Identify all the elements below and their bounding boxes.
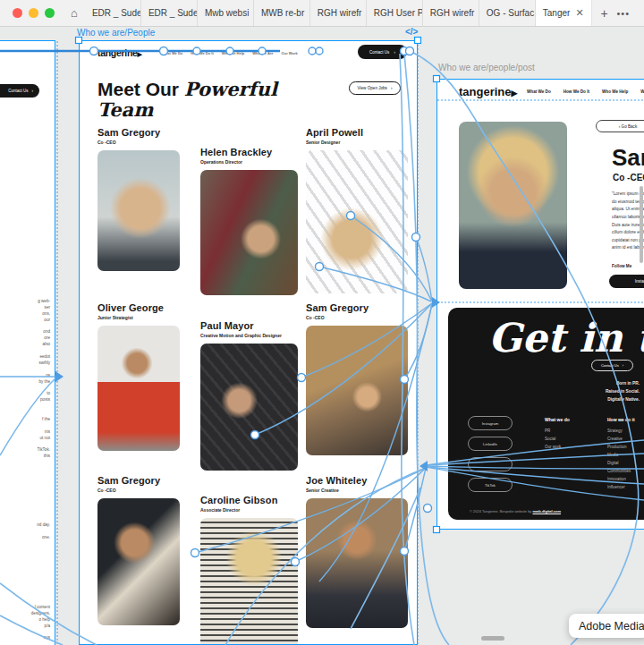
member-name: Joe Whiteley — [306, 475, 408, 486]
tab-file-7[interactable]: RGH wirefr — [423, 0, 479, 26]
profile-photo — [459, 122, 567, 289]
tab-label: Mwb websi — [205, 8, 249, 18]
minimize-window-button[interactable] — [29, 8, 38, 18]
footer-column-title: How we do it — [607, 417, 635, 422]
go-back-button[interactable]: ‹ Go Back — [596, 120, 644, 132]
member-photo[interactable] — [306, 150, 408, 293]
member-name: Paul Mayor — [200, 320, 298, 331]
home-icon[interactable]: ⌂ — [64, 0, 85, 26]
member-photo[interactable] — [97, 326, 180, 451]
contact-us-button[interactable]: Contact Us › — [591, 360, 633, 371]
team-card[interactable]: Sam Gregory Co -CEO — [97, 475, 180, 625]
nav-item-who-we-are[interactable]: Who We Are — [640, 89, 644, 94]
new-tab-button[interactable]: + — [592, 0, 617, 26]
team-card[interactable]: Joe Whiteley Senior Creative — [306, 475, 408, 628]
contact-us-button[interactable]: Contact Us › — [0, 84, 39, 98]
member-name: Helen Brackley — [200, 147, 298, 157]
tab-label: RGH wirefr — [430, 8, 474, 18]
frame-left-partial[interactable]: Contact Us › g web- ser ons, our ond ore… — [0, 40, 55, 645]
footer-column-links[interactable]: PR Social Our work — [545, 427, 570, 451]
member-role: Co -CEO — [97, 488, 180, 493]
contact-us-label: Contact Us — [8, 89, 28, 93]
tab-file-8[interactable]: OG - Surfac — [479, 0, 536, 26]
instagram-button[interactable]: Instagram — [468, 416, 513, 430]
team-card[interactable]: Caroline Gibson Associate Director — [200, 495, 298, 645]
footer-column-how-we-do-it: How we do it Strategy Creative Productio… — [607, 417, 635, 491]
tab-file-1[interactable]: EDR _ Sude — [85, 0, 141, 26]
member-photo[interactable] — [306, 326, 408, 455]
team-card[interactable]: Sam Gregory Co -CEO — [97, 127, 180, 271]
arrow-icon: › — [623, 363, 623, 368]
member-role: Creative Motion and Graphic Designer — [200, 333, 298, 338]
horizontal-scrollbar[interactable] — [481, 636, 504, 641]
team-card[interactable]: Helen Brackley Operations Director — [200, 147, 298, 295]
maximize-window-button[interactable] — [45, 8, 55, 18]
member-photo[interactable] — [200, 344, 298, 471]
code-icon[interactable]: </> — [405, 27, 418, 37]
window-controls — [0, 0, 64, 26]
instagram-button[interactable]: Instagram — [609, 275, 644, 288]
nav-item-how-we-do-it[interactable]: How We Do It — [564, 89, 589, 94]
tab-file-4[interactable]: MWB re-br — [254, 0, 310, 26]
tab-file-6[interactable]: RGH User P — [367, 0, 423, 26]
nav-item-who-we-help[interactable]: Who We Help — [602, 89, 628, 94]
team-card[interactable]: April Powell Senior Designer — [306, 127, 408, 293]
frame-title-people[interactable]: Who we are/People — [77, 28, 155, 38]
tab-file-3[interactable]: Mwb websi — [198, 0, 254, 26]
linkedin-button[interactable]: LinkedIn — [468, 437, 513, 451]
site-nav: What We Do How We Do It Who We Help Who … — [527, 89, 644, 94]
clipped-text-block: g web- ser ons, our ond ore also eedot s… — [1, 299, 50, 403]
footer-column-title: What we do — [545, 417, 570, 422]
team-card[interactable]: Sam Gregory Co -CEO — [306, 302, 408, 455]
footer-column-what-we-do: What we do PR Social Our work — [545, 417, 570, 451]
clipped-text-block: f the nts ut not TikTok. this — [1, 417, 50, 460]
team-card[interactable]: Oliver George Junior Strategist — [97, 302, 180, 451]
team-card[interactable]: Paul Mayor Creative Motion and Graphic D… — [200, 320, 298, 471]
adobe-media-notification[interactable]: Adobe Media E — [569, 614, 644, 638]
tab-label: OG - Surfac — [487, 8, 534, 18]
vertical-scrollbar[interactable] — [640, 186, 643, 263]
app-tab-bar: ⌂ EDR _ Sude EDR _ Sude Mwb websi MWB re… — [0, 0, 644, 27]
contact-us-label: Contact Us — [601, 363, 619, 368]
arrowhead-left-icon — [419, 461, 428, 471]
member-photo[interactable] — [97, 498, 180, 625]
footer-column-links[interactable]: Strategy Creative Production Media Digit… — [607, 427, 635, 491]
member-name: April Powell — [306, 127, 408, 138]
clipped-text-block: nd day. one. — [1, 522, 50, 541]
member-role: Co -CEO — [97, 140, 180, 145]
member-photo[interactable] — [200, 518, 298, 645]
member-role: Co -CEO — [306, 315, 408, 320]
frame-who-we-are-people[interactable]: tangerine▶ What We Do How We Do It Who W… — [79, 40, 418, 645]
social-button[interactable] — [468, 457, 513, 471]
tab-label: EDR _ Sude — [92, 8, 141, 18]
tab-file-5[interactable]: RGH wirefr — [310, 0, 367, 26]
tab-file-2[interactable]: EDR _ Sude — [141, 0, 198, 26]
member-photo[interactable] — [200, 170, 298, 295]
member-photo[interactable] — [306, 498, 408, 628]
member-role: Junior Strategist — [97, 315, 180, 320]
nav-item-what-we-do[interactable]: What We Do — [527, 89, 551, 94]
follow-me-label: Follow Me — [612, 264, 631, 268]
overflow-menu-button[interactable]: ••• — [616, 0, 644, 26]
tab-file-active[interactable]: Tanger ✕ — [536, 0, 592, 26]
tab-label: EDR _ Sude — [148, 8, 198, 18]
close-tab-icon[interactable]: ✕ — [576, 7, 584, 19]
brand-tagline: Born in PR. Raised in Social. Digitally … — [580, 379, 640, 403]
tab-label: Tanger — [543, 8, 571, 18]
frame-title-post[interactable]: Who we are/people/post — [438, 63, 535, 72]
clipped-text-block: l content designers, o help p/a ays — [1, 605, 50, 641]
member-photo[interactable] — [97, 150, 180, 271]
member-role: Associate Director — [200, 507, 298, 513]
credit-link[interactable]: mwb-digital.com — [532, 509, 561, 513]
frame-who-we-are-people-post[interactable]: tangerine▶ What We Do How We Do It Who W… — [436, 79, 644, 530]
close-window-button[interactable] — [13, 8, 22, 18]
member-role: Senior Creative — [306, 488, 408, 493]
member-role: Operations Director — [200, 159, 298, 165]
get-in-touch-headline: Get in touch — [488, 315, 644, 361]
tiktok-button[interactable]: TikTok — [468, 478, 513, 492]
logo-text: tangerine — [459, 85, 512, 98]
get-in-touch-section: Get in touch Contact Us › Born in PR. Ra… — [448, 308, 644, 520]
member-name: Sam Gregory — [97, 127, 180, 138]
tangerine-logo[interactable]: tangerine▶ — [459, 85, 517, 98]
member-name: Sam Gregory — [97, 475, 180, 486]
